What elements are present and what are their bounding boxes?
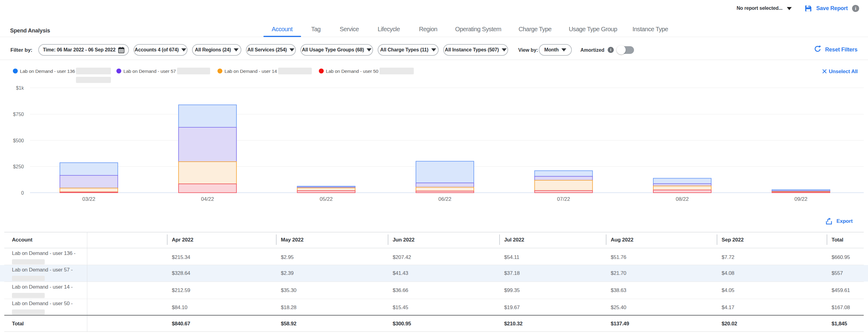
svg-text:04/22: 04/22: [201, 196, 214, 202]
svg-text:06/22: 06/22: [438, 196, 452, 202]
svg-text:$750: $750: [13, 112, 24, 117]
svg-text:03/22: 03/22: [83, 196, 96, 202]
svg-text:0: 0: [21, 190, 24, 196]
svg-text:08/22: 08/22: [676, 196, 689, 202]
svg-text:09/22: 09/22: [795, 196, 808, 202]
svg-text:$500: $500: [13, 138, 24, 143]
svg-text:07/22: 07/22: [557, 196, 570, 202]
svg-text:$1k: $1k: [16, 86, 24, 91]
svg-text:05/22: 05/22: [320, 196, 333, 202]
svg-text:$250: $250: [13, 164, 24, 169]
